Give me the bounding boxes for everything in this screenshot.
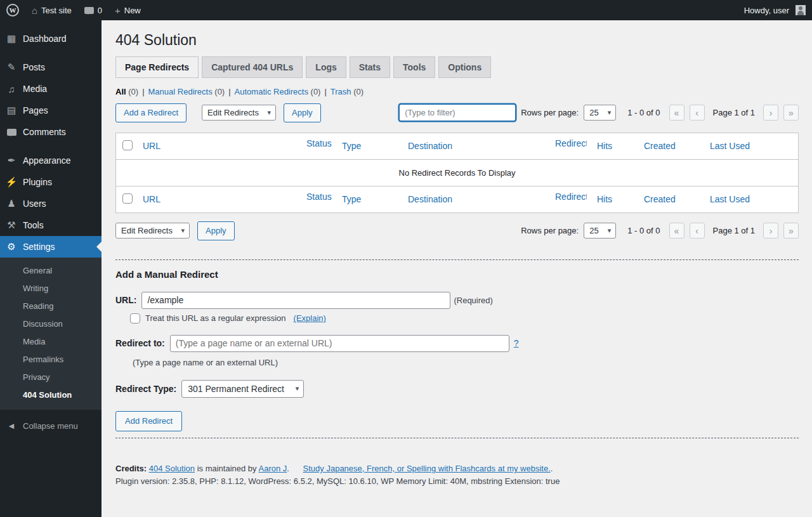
filter-manual-redirects[interactable]: Manual Redirects: [148, 87, 213, 96]
tab-stats[interactable]: Stats: [350, 56, 390, 78]
pages-icon: ▤: [0, 105, 23, 116]
maintained-by-text: is maintained by: [197, 464, 257, 473]
filter-all[interactable]: All: [115, 87, 126, 96]
sort-last-used[interactable]: Last Used: [710, 141, 750, 151]
dashed-divider: [115, 438, 799, 438]
author-link[interactable]: Aaron J: [259, 464, 287, 473]
sort-hits[interactable]: Hits: [597, 141, 612, 151]
submenu-item-reading[interactable]: Reading: [0, 298, 102, 315]
sort-type[interactable]: Type: [342, 141, 361, 151]
last-page-button[interactable]: »: [783, 105, 799, 121]
submenu-item-404-solution[interactable]: 404 Solution: [0, 386, 102, 404]
rows-per-page-label: Rows per page:: [521, 108, 579, 117]
redirect-to-row: Redirect to: ?: [115, 335, 799, 352]
sort-redirect-footer[interactable]: Redirect: [555, 192, 587, 202]
filter-automatic-redirects[interactable]: Automatic Redirects: [235, 87, 308, 96]
redirect-type-select[interactable]: 301 Permanent Redirect: [181, 380, 304, 398]
bulk-action-select[interactable]: Edit Redirects: [202, 105, 276, 121]
submenu-item-permalinks[interactable]: Permalinks: [0, 351, 102, 369]
new-content-link[interactable]: + New: [108, 0, 147, 20]
submenu-item-discussion[interactable]: Discussion: [0, 315, 102, 333]
submenu-item-writing[interactable]: Writing: [0, 280, 102, 298]
sort-url-footer[interactable]: URL: [143, 194, 160, 204]
prev-page-button-bottom[interactable]: ‹: [690, 223, 705, 239]
howdy-label: Howdy, user: [744, 6, 789, 15]
plugin-credits-link[interactable]: 404 Solution: [149, 464, 195, 473]
filter-separator: |: [324, 87, 326, 96]
submenu-item-privacy[interactable]: Privacy: [0, 369, 102, 386]
sidebar-item-dashboard[interactable]: ▦ Dashboard: [0, 28, 102, 49]
redirect-to-field[interactable]: [170, 335, 509, 352]
sidebar-item-plugins[interactable]: ⚡ Plugins: [0, 171, 102, 193]
first-page-button[interactable]: «: [669, 105, 684, 121]
rows-per-page-select-bottom[interactable]: 25: [584, 223, 616, 239]
collapse-menu-button[interactable]: ◀ Collapse menu: [0, 415, 102, 436]
submenu-item-general[interactable]: General: [0, 262, 102, 280]
site-name-link[interactable]: ⌂ Test site: [25, 0, 78, 20]
sort-last-used-footer[interactable]: Last Used: [710, 194, 750, 204]
sidebar-item-posts[interactable]: ✎ Posts: [0, 56, 102, 78]
empty-row: No Redirect Records To Display: [116, 159, 799, 186]
sort-url[interactable]: URL: [143, 141, 160, 151]
sort-destination[interactable]: Destination: [408, 141, 452, 151]
last-page-button-bottom[interactable]: »: [783, 223, 799, 239]
tab-captured-404-urls[interactable]: Captured 404 URLs: [202, 56, 303, 78]
sort-created[interactable]: Created: [644, 141, 676, 151]
redirect-type-select-wrap: 301 Permanent Redirect ▾: [181, 380, 304, 398]
sidebar-item-tools[interactable]: ⚒ Tools: [0, 214, 102, 236]
sidebar-item-media[interactable]: ♫ Media: [0, 78, 102, 100]
sort-destination-footer[interactable]: Destination: [408, 194, 452, 204]
url-field[interactable]: [141, 292, 450, 309]
regex-row: Treat this URL as a regular expression (…: [130, 313, 799, 324]
sidebar-item-pages[interactable]: ▤ Pages: [0, 100, 102, 121]
sidebar-item-label: Appearance: [23, 155, 71, 166]
admin-sidebar: ▦ Dashboard ✎ Posts ♫ Media ▤ Pages Comm…: [0, 20, 102, 517]
comment-count: 0: [98, 6, 102, 15]
tab-logs[interactable]: Logs: [306, 56, 346, 78]
bulk-action-select-bottom[interactable]: Edit Redirects: [115, 223, 190, 239]
bulk-actions-group: Add a Redirect Edit Redirects ▾ Apply: [115, 103, 321, 122]
bulk-action-select-wrap-bottom: Edit Redirects ▾: [115, 223, 190, 239]
select-all-checkbox-footer[interactable]: [122, 193, 133, 204]
add-redirect-submit-button[interactable]: Add Redirect: [115, 411, 182, 431]
rows-per-page-select[interactable]: 25: [584, 105, 616, 121]
sidebar-item-label: Settings: [23, 242, 55, 252]
sidebar-item-settings[interactable]: ⚙ Settings: [0, 236, 102, 258]
sidebar-item-appearance[interactable]: ✒ Appearance: [0, 150, 102, 171]
collapse-arrow-icon: ◀: [0, 422, 23, 430]
sort-status[interactable]: Status: [306, 138, 332, 148]
sort-redirect[interactable]: Redirect: [555, 138, 587, 148]
comments-shortcut-link[interactable]: 0: [78, 0, 108, 20]
sidebar-item-comments[interactable]: Comments: [0, 121, 102, 143]
sort-type-footer[interactable]: Type: [342, 194, 361, 204]
author-website-link[interactable]: Study Japanese, French, or Spelling with…: [303, 464, 551, 473]
regex-checkbox[interactable]: [130, 313, 140, 324]
tab-page-redirects[interactable]: Page Redirects: [115, 56, 199, 78]
sort-hits-footer[interactable]: Hits: [597, 194, 612, 204]
tab-tools[interactable]: Tools: [393, 56, 435, 78]
sort-status-footer[interactable]: Status: [306, 192, 332, 202]
dashed-divider: [115, 259, 799, 260]
filter-all-count: (0): [128, 87, 138, 96]
explain-link[interactable]: (Explain): [294, 313, 326, 323]
next-page-button-bottom[interactable]: ›: [763, 223, 778, 239]
apply-button-bottom[interactable]: Apply: [197, 221, 235, 240]
select-all-checkbox[interactable]: [122, 140, 133, 150]
submenu-item-media[interactable]: Media: [0, 333, 102, 351]
filter-input[interactable]: [399, 104, 516, 121]
filter-trash[interactable]: Trash: [331, 87, 351, 96]
filter-trash-count: (0): [353, 87, 363, 96]
next-page-button[interactable]: ›: [763, 105, 778, 121]
tab-options[interactable]: Options: [438, 56, 491, 78]
apply-button[interactable]: Apply: [284, 103, 321, 122]
version-info: Plugin version: 2.35.8, PHP: 8.1.12, Wor…: [115, 476, 799, 486]
my-account-link[interactable]: Howdy, user: [738, 0, 812, 20]
first-page-button-bottom[interactable]: «: [669, 223, 684, 239]
prev-page-button[interactable]: ‹: [690, 105, 705, 121]
sort-created-footer[interactable]: Created: [644, 194, 676, 204]
sidebar-item-users[interactable]: ♟ Users: [0, 193, 102, 214]
help-link[interactable]: ?: [514, 338, 519, 348]
redirect-to-label: Redirect to:: [115, 338, 165, 348]
add-a-redirect-button[interactable]: Add a Redirect: [115, 103, 187, 122]
wordpress-menu-button[interactable]: W: [0, 0, 25, 20]
